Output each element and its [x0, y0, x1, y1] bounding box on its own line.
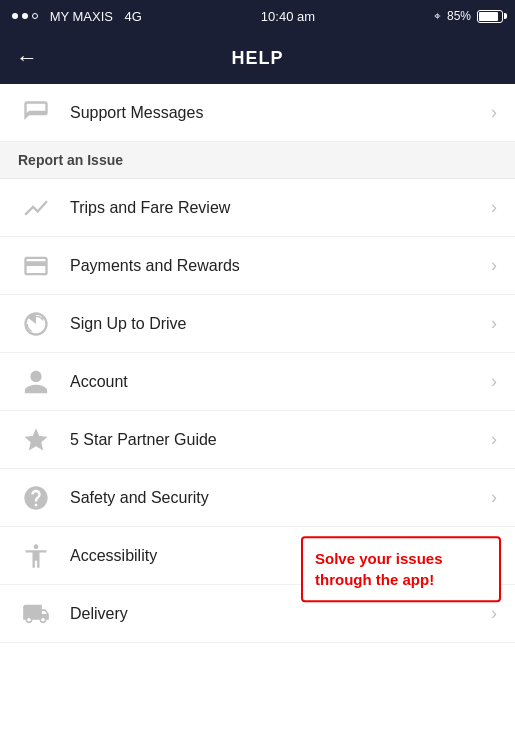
support-messages-label: Support Messages: [70, 104, 483, 122]
trips-fare-label: Trips and Fare Review: [70, 199, 483, 217]
chevron-icon: ›: [491, 429, 497, 450]
chevron-icon: ›: [491, 102, 497, 123]
card-icon: [18, 248, 54, 284]
status-left: MY MAXIS 4G: [12, 9, 142, 24]
chevron-icon: ›: [491, 487, 497, 508]
safety-security-label: Safety and Security: [70, 489, 483, 507]
delivery-icon: [18, 596, 54, 632]
location-icon: ⌖: [434, 9, 441, 23]
section-header-report: Report an Issue: [0, 142, 515, 179]
menu-item-five-star[interactable]: 5 Star Partner Guide ›: [0, 411, 515, 469]
question-icon: [18, 480, 54, 516]
chevron-icon: ›: [491, 545, 497, 566]
chart-icon: [18, 190, 54, 226]
chevron-icon: ›: [491, 603, 497, 624]
signal-dot-2: [22, 13, 28, 19]
chevron-icon: ›: [491, 197, 497, 218]
status-right: ⌖ 85%: [434, 9, 503, 23]
signal-dot-1: [12, 13, 18, 19]
carrier-label: MY MAXIS: [50, 9, 113, 24]
page-header: ← HELP: [0, 32, 515, 84]
account-label: Account: [70, 373, 483, 391]
chevron-icon: ›: [491, 255, 497, 276]
chevron-icon: ›: [491, 371, 497, 392]
signal-dot-3: [32, 13, 38, 19]
menu-item-delivery[interactable]: Delivery ›: [0, 585, 515, 643]
accessibility-icon: [18, 538, 54, 574]
back-button[interactable]: ←: [16, 45, 38, 71]
menu-item-sign-up-drive[interactable]: Sign Up to Drive ›: [0, 295, 515, 353]
page-title: HELP: [231, 48, 283, 69]
delivery-label: Delivery: [70, 605, 483, 623]
sign-up-drive-label: Sign Up to Drive: [70, 315, 483, 333]
battery-fill: [479, 12, 498, 21]
payments-rewards-label: Payments and Rewards: [70, 257, 483, 275]
steering-icon: [18, 306, 54, 342]
menu-item-accessibility[interactable]: Accessibility › Solve your issues throug…: [0, 527, 515, 585]
menu-item-payments-rewards[interactable]: Payments and Rewards ›: [0, 237, 515, 295]
menu-item-account[interactable]: Account ›: [0, 353, 515, 411]
star-icon: [18, 422, 54, 458]
menu-list: Support Messages › Report an Issue Trips…: [0, 84, 515, 643]
person-icon: [18, 364, 54, 400]
network-label: 4G: [125, 9, 142, 24]
menu-item-support-messages[interactable]: Support Messages ›: [0, 84, 515, 142]
status-bar: MY MAXIS 4G 10:40 am ⌖ 85%: [0, 0, 515, 32]
five-star-label: 5 Star Partner Guide: [70, 431, 483, 449]
status-time: 10:40 am: [261, 9, 315, 24]
menu-item-safety-security[interactable]: Safety and Security ›: [0, 469, 515, 527]
chevron-icon: ›: [491, 313, 497, 334]
chat-icon: [18, 95, 54, 131]
accessibility-label: Accessibility: [70, 547, 483, 565]
menu-item-trips-fare[interactable]: Trips and Fare Review ›: [0, 179, 515, 237]
battery-icon: [477, 10, 503, 23]
battery-percentage: 85%: [447, 9, 471, 23]
